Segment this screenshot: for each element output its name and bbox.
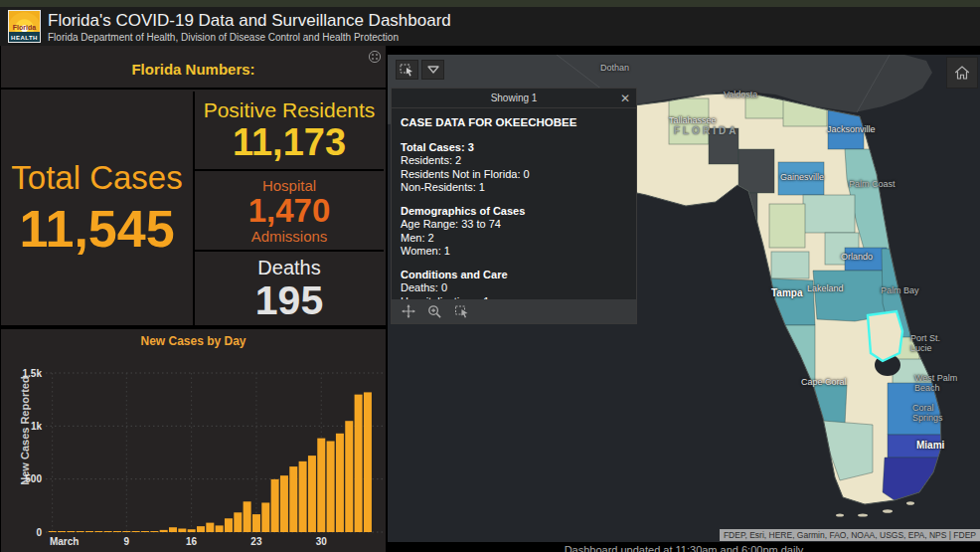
bar-Mar 21[interactable] — [234, 512, 242, 532]
bar-Mar 30[interactable] — [317, 439, 325, 532]
positive-residents-label: Positive Residents — [204, 98, 376, 122]
pan-icon[interactable] — [402, 304, 415, 318]
city-label-miami: Miami — [916, 441, 944, 451]
home-icon — [953, 64, 971, 82]
deaths-value: 195 — [255, 279, 323, 321]
hospital-label: Hospital — [262, 177, 316, 194]
city-label-cape-coral: Cape Coral — [801, 377, 847, 387]
stats-column: Positive Residents 11,173 Hospital 1,470… — [195, 92, 384, 325]
city-label-palm-bay: Palm Bay — [881, 285, 919, 295]
bar-Apr 1[interactable] — [336, 434, 344, 532]
hospital-admissions-stat: Hospital 1,470 Admissions — [195, 171, 384, 252]
new-cases-chart-panel: New Cases by Day New Cases Reported 0500… — [1, 329, 386, 552]
total-cases-stat: Total Cases 11,545 — [1, 92, 195, 325]
tool-dropdown-button[interactable] — [421, 60, 444, 80]
bar-Mar 28[interactable] — [299, 461, 307, 532]
select-tool-icon[interactable] — [454, 304, 471, 318]
popup-data-line: Women: 1 — [401, 245, 627, 259]
bar-Mar 15[interactable] — [178, 528, 186, 532]
bar-Apr 3[interactable] — [355, 395, 363, 532]
total-cases-value: 11,545 — [19, 199, 174, 259]
map-attribution: FDEP, Esri, HERE, Garmin, FAO, NOAA, USG… — [720, 529, 980, 541]
city-label-orlando: Orlando — [841, 252, 873, 262]
chart-bars[interactable] — [49, 392, 372, 532]
svg-text:30: 30 — [316, 536, 328, 547]
bar-Mar 23[interactable] — [252, 514, 260, 532]
city-label-west-palm-beach: West Palm Beach — [914, 373, 957, 393]
home-extent-button[interactable] — [946, 57, 978, 89]
svg-text:0: 0 — [36, 527, 42, 538]
popup-data-line: Residents: 2 — [401, 154, 627, 168]
bar-Mar 7[interactable] — [104, 531, 112, 532]
bar-Mar 11[interactable] — [141, 531, 149, 532]
popup-section: Demographics of CasesAge Range: 33 to 74… — [401, 205, 627, 259]
city-label-coral-springs: Coral Springs — [912, 403, 943, 423]
florida-county-map[interactable]: DothanValdostaTallahasseeFLORIDAJacksonv… — [388, 55, 980, 542]
bar-Mar 6[interactable] — [94, 531, 102, 532]
city-label-lakeland: Lakeland — [807, 283, 844, 293]
select-tool-button[interactable] — [396, 60, 418, 80]
bar-Mar 16[interactable] — [188, 529, 196, 532]
bar-Mar 25[interactable] — [271, 479, 279, 532]
bar-Mar 26[interactable] — [280, 475, 288, 532]
bar-Mar 1[interactable] — [49, 531, 57, 532]
svg-text:1k: 1k — [31, 421, 43, 432]
chevron-down-icon — [426, 65, 440, 75]
bar-Apr 4[interactable] — [364, 392, 372, 532]
bar-Mar 19[interactable] — [216, 525, 224, 532]
chart-title: New Cases by Day — [1, 334, 386, 348]
svg-text:500: 500 — [25, 473, 42, 484]
svg-text:1.5k: 1.5k — [23, 368, 43, 379]
city-label-tampa: Tampa — [771, 288, 803, 298]
page-subtitle: Florida Department of Health, Division o… — [48, 32, 399, 43]
new-cases-bar-chart[interactable]: 05001k1.5kMarch9162330 — [1, 349, 386, 552]
bar-Mar 20[interactable] — [225, 518, 233, 532]
svg-text:23: 23 — [250, 536, 262, 547]
popup-data-line: Non-Residents: 1 — [401, 181, 627, 195]
svg-text:March: March — [50, 536, 79, 547]
bar-Mar 8[interactable] — [113, 531, 121, 532]
city-label-dothan: Dothan — [600, 63, 629, 73]
bar-Mar 12[interactable] — [150, 531, 158, 532]
city-label-gainesville: Gainesville — [780, 172, 824, 182]
bar-Mar 29[interactable] — [308, 456, 316, 532]
bar-Apr 2[interactable] — [345, 421, 353, 532]
bar-Mar 14[interactable] — [169, 527, 177, 532]
bar-Mar 2[interactable] — [58, 531, 66, 532]
county-info-popup: Showing 1 ✕ CASE DATA FOR OKEECHOBEE Tot… — [391, 88, 637, 324]
bar-Mar 9[interactable] — [122, 531, 130, 532]
partial-caption: Dashboard updated at 11:30am and 6:00pm … — [388, 544, 980, 552]
drag-handle-icon[interactable] — [368, 50, 382, 64]
bar-Mar 27[interactable] — [289, 466, 297, 532]
close-icon[interactable]: ✕ — [620, 92, 630, 105]
popup-body: CASE DATA FOR OKEECHOBEE Total Cases: 3R… — [392, 108, 636, 308]
bar-Mar 10[interactable] — [132, 531, 140, 532]
bar-Mar 17[interactable] — [197, 526, 205, 532]
popup-showing-count: Showing 1 — [392, 92, 636, 103]
bar-Mar 18[interactable] — [206, 523, 214, 532]
numbers-panel-title: Florida Numbers: — [1, 61, 386, 78]
city-label-florida: FLORIDA — [674, 126, 738, 136]
bar-Mar 31[interactable] — [327, 441, 335, 532]
popup-section-header: Conditions and Care — [401, 269, 627, 282]
total-cases-label: Total Cases — [11, 159, 182, 197]
popup-data-line: Age Range: 33 to 74 — [401, 218, 627, 232]
hospital-value: 1,470 — [248, 194, 331, 228]
bar-Mar 4[interactable] — [77, 531, 84, 532]
deaths-label: Deaths — [257, 257, 320, 279]
bar-Mar 5[interactable] — [85, 531, 93, 532]
okeechobee-county-highlighted[interactable] — [868, 311, 902, 361]
zoom-in-icon[interactable] — [427, 304, 442, 319]
popup-section: Total Cases: 3Residents: 2Residents Not … — [401, 141, 627, 195]
city-label-palm-coast: Palm Coast — [849, 179, 896, 189]
popup-section-header: Demographics of Cases — [401, 205, 627, 219]
bar-Mar 22[interactable] — [244, 501, 251, 532]
bar-Mar 24[interactable] — [261, 502, 269, 532]
popup-data-line: Men: 2 — [401, 232, 627, 246]
logo-text-florida: Florida — [9, 24, 40, 31]
city-label-valdosta: Valdosta — [724, 90, 757, 99]
popup-data-line: Deaths: 0 — [401, 281, 627, 295]
positive-residents-stat: Positive Residents 11,173 — [195, 92, 384, 171]
bar-Mar 13[interactable] — [160, 530, 168, 532]
bar-Mar 3[interactable] — [67, 531, 75, 532]
